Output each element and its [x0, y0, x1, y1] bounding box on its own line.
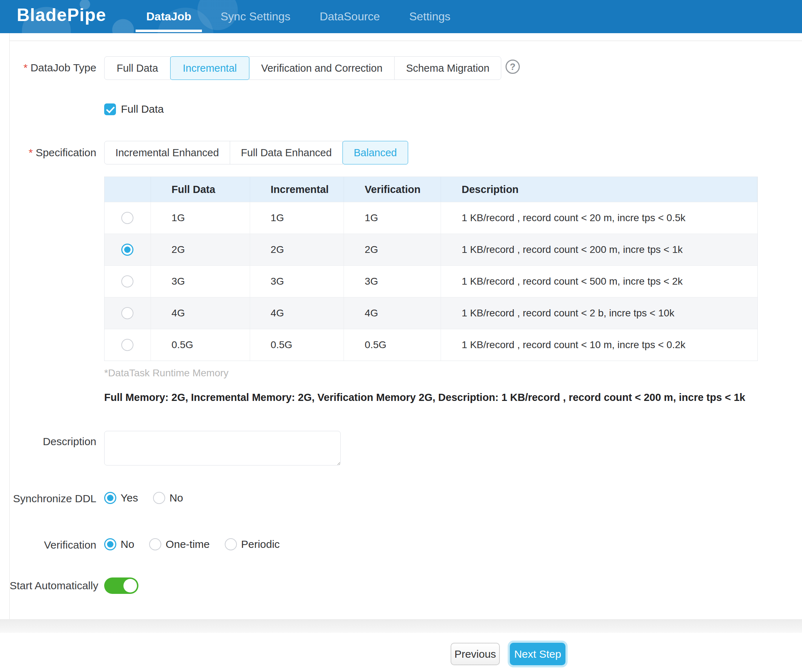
datajob-type-option-schema-migration[interactable]: Schema Migration	[394, 57, 501, 80]
verification-periodic-radio[interactable]	[225, 538, 237, 550]
synchronize-ddl-group: Yes No	[104, 491, 183, 505]
datajob-type-group: Full Data Incremental Verification and C…	[104, 57, 501, 80]
nav-tab-datasource[interactable]: DataSource	[316, 0, 383, 33]
start-automatically-label: Start Automatically	[10, 580, 96, 592]
synchronize-ddl-yes-label: Yes	[121, 492, 138, 504]
spec-row-4g[interactable]: 4G 4G 4G 1 KB/record , record count < 2 …	[105, 297, 757, 329]
synchronize-ddl-no-label: No	[170, 492, 183, 504]
spec-row-1g[interactable]: 1G 1G 1G 1 KB/record , record count < 20…	[105, 202, 757, 234]
spec-cell: 1 KB/record , record count < 200 m, incr…	[441, 234, 757, 265]
spec-row-radio[interactable]	[121, 275, 133, 288]
spec-row-2g[interactable]: 2G 2G 2G 1 KB/record , record count < 20…	[105, 234, 757, 265]
spec-cell: 4G	[344, 297, 441, 329]
spec-cell: 1G	[151, 202, 250, 234]
selection-summary: Full Memory: 2G, Incremental Memory: 2G,…	[104, 392, 761, 404]
spec-row-05g[interactable]: 0.5G 0.5G 0.5G 1 KB/record , record coun…	[105, 329, 757, 360]
spec-cell: 1G	[250, 202, 344, 234]
help-icon[interactable]: ?	[506, 60, 520, 74]
synchronize-ddl-no-radio[interactable]	[153, 492, 165, 504]
verification-periodic-label: Periodic	[241, 538, 280, 550]
verification-label: Verification	[10, 539, 96, 551]
spec-table: Full Data Incremental Verification Descr…	[104, 176, 758, 361]
spec-cell: 2G	[250, 234, 344, 265]
verification-one-time-radio[interactable]	[149, 538, 161, 550]
nav-tab-datajob[interactable]: DataJob	[143, 0, 195, 33]
datajob-form-card: *DataJob Type Full Data Incremental Veri…	[9, 33, 802, 620]
card-top-divider	[10, 40, 802, 41]
datajob-type-option-full-data[interactable]: Full Data	[104, 57, 171, 80]
spec-cell: 4G	[151, 297, 250, 329]
datajob-type-option-verification-and-correction[interactable]: Verification and Correction	[249, 57, 395, 80]
synchronize-ddl-label: Synchronize DDL	[10, 493, 96, 505]
synchronize-ddl-yes-radio[interactable]	[104, 492, 116, 504]
verification-no-label: No	[121, 538, 134, 550]
full-data-checkbox[interactable]	[104, 103, 116, 115]
spec-row-radio-checked[interactable]	[121, 244, 133, 256]
spec-cell: 3G	[344, 266, 441, 297]
spec-cell: 3G	[250, 266, 344, 297]
toggle-knob	[123, 579, 137, 593]
description-label: Description	[10, 436, 96, 447]
verification-no-radio[interactable]	[104, 538, 116, 550]
spec-cell: 3G	[151, 266, 250, 297]
nav-tab-label: DataJob	[146, 10, 191, 23]
start-automatically-toggle[interactable]	[104, 577, 138, 594]
spec-cell: 1 KB/record , record count < 10 m, incre…	[441, 329, 757, 360]
full-data-checkbox-label: Full Data	[121, 103, 164, 115]
spec-row-radio[interactable]	[121, 307, 133, 319]
spec-table-header: Full Data Incremental Verification Descr…	[105, 177, 757, 202]
spec-cell: 0.5G	[344, 329, 441, 360]
spec-cell: 1 KB/record , record count < 2 b, incre …	[441, 297, 757, 329]
nav-tab-label: Sync Settings	[220, 10, 290, 23]
top-nav: BladePipe DataJob Sync Settings DataSour…	[0, 0, 802, 33]
spec-cell: 4G	[250, 297, 344, 329]
previous-button[interactable]: Previous	[451, 643, 500, 665]
specification-group: Incremental Enhanced Full Data Enhanced …	[104, 141, 408, 165]
spec-cell: 0.5G	[250, 329, 344, 360]
spec-header-verification: Verification	[344, 177, 441, 202]
datajob-type-label: *DataJob Type	[10, 62, 96, 74]
datatask-runtime-memory-note: *DataTask Runtime Memory	[104, 367, 229, 379]
spec-header-radio-col	[105, 177, 151, 202]
nav-tab-settings[interactable]: Settings	[406, 0, 454, 33]
specification-option-balanced[interactable]: Balanced	[343, 141, 408, 165]
nav-tab-sync-settings[interactable]: Sync Settings	[217, 0, 294, 33]
required-asterisk: *	[29, 147, 33, 158]
datajob-type-option-incremental[interactable]: Incremental	[170, 57, 249, 80]
spec-row-3g[interactable]: 3G 3G 3G 1 KB/record , record count < 50…	[105, 265, 757, 297]
spec-cell: 2G	[344, 234, 441, 265]
description-textarea[interactable]	[104, 431, 341, 465]
specification-option-full-data-enhanced[interactable]: Full Data Enhanced	[230, 141, 343, 165]
verification-group: No One-time Periodic	[104, 537, 280, 551]
nav-tab-label: Settings	[409, 10, 451, 23]
spec-cell: 1 KB/record , record count < 500 m, incr…	[441, 266, 757, 297]
spec-header-incremental: Incremental	[250, 177, 344, 202]
required-asterisk: *	[24, 62, 28, 73]
nav-tabs: DataJob Sync Settings DataSource Setting…	[143, 0, 454, 33]
specification-option-incremental-enhanced[interactable]: Incremental Enhanced	[104, 141, 230, 165]
spec-header-description: Description	[441, 177, 757, 202]
spec-cell: 2G	[151, 234, 250, 265]
spec-cell: 0.5G	[151, 329, 250, 360]
spec-row-radio[interactable]	[121, 339, 133, 351]
nav-tab-label: DataSource	[320, 10, 380, 23]
verification-one-time-label: One-time	[165, 538, 209, 550]
spec-cell: 1 KB/record , record count < 20 m, incre…	[441, 202, 757, 234]
spec-cell: 1G	[344, 202, 441, 234]
specification-label: *Specification	[10, 147, 96, 159]
card-shadow-band	[0, 619, 802, 633]
spec-row-radio[interactable]	[121, 212, 133, 224]
full-data-checkbox-row: Full Data	[104, 103, 164, 115]
next-step-button[interactable]: Next Step	[510, 643, 566, 665]
spec-header-full-data: Full Data	[151, 177, 250, 202]
brand-logo[interactable]: BladePipe	[17, 5, 106, 25]
